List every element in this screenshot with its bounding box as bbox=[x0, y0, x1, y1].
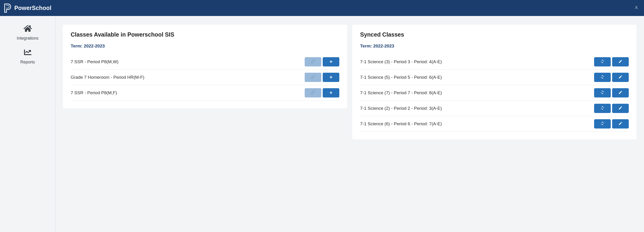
edit-button[interactable] bbox=[612, 119, 629, 129]
sidebar-item-integrations[interactable]: Integrations bbox=[17, 25, 38, 41]
add-button[interactable]: + bbox=[323, 57, 339, 66]
panel-title: Classes Available in Powerschool SIS bbox=[71, 31, 339, 38]
edit-icon bbox=[618, 121, 622, 127]
edit-icon bbox=[618, 90, 622, 96]
plus-icon: + bbox=[330, 59, 333, 64]
class-name: 7 SSR - Period P8(M,F) bbox=[71, 90, 117, 95]
class-name: 7-1 Science (5) - Period 5 - Period: 6(A… bbox=[360, 75, 442, 80]
powerschool-logo-icon bbox=[3, 3, 12, 13]
edit-button[interactable] bbox=[612, 57, 629, 66]
sync-icon bbox=[600, 106, 604, 111]
class-row: 7-1 Science (2) - Period 2 - Period: 3(A… bbox=[360, 101, 629, 116]
class-row: 7-1 Science (5) - Period 5 - Period: 6(A… bbox=[360, 70, 629, 85]
panel-available-classes: Classes Available in Powerschool SIS Ter… bbox=[63, 25, 347, 108]
sync-button[interactable] bbox=[594, 73, 611, 82]
sync-button[interactable] bbox=[594, 88, 611, 97]
sync-icon bbox=[600, 90, 604, 96]
link-button bbox=[305, 88, 321, 97]
edit-button[interactable] bbox=[612, 104, 629, 113]
add-button[interactable]: + bbox=[323, 88, 339, 97]
svg-point-0 bbox=[636, 6, 637, 8]
sidebar-item-label: Reports bbox=[20, 60, 35, 65]
button-group bbox=[594, 119, 629, 129]
sync-button[interactable] bbox=[594, 57, 611, 66]
link-icon bbox=[311, 75, 315, 80]
sidebar: Integrations Reports bbox=[0, 16, 56, 232]
edit-button[interactable] bbox=[612, 88, 629, 97]
link-button bbox=[305, 57, 321, 66]
class-row: Grade 7 Homeroom - Period HR(M-F) + bbox=[71, 70, 339, 85]
edit-button[interactable] bbox=[612, 73, 629, 82]
term-label: Term: 2022-2023 bbox=[71, 44, 339, 49]
panel-synced-classes: Synced Classes Term: 2022-2023 7-1 Scien… bbox=[352, 25, 636, 140]
sync-icon bbox=[600, 121, 604, 127]
user-icon[interactable] bbox=[634, 6, 638, 11]
panel-title: Synced Classes bbox=[360, 31, 629, 38]
chart-line-icon bbox=[24, 49, 32, 57]
button-group bbox=[594, 88, 629, 97]
edit-icon bbox=[618, 75, 622, 80]
add-button[interactable]: + bbox=[323, 73, 339, 82]
button-group: + bbox=[305, 73, 339, 82]
sidebar-item-reports[interactable]: Reports bbox=[20, 49, 35, 65]
plus-icon: + bbox=[330, 75, 333, 80]
term-label: Term: 2022-2023 bbox=[360, 44, 629, 49]
link-button bbox=[305, 73, 321, 82]
class-name: 7 SSR - Period P8(M,W) bbox=[71, 59, 118, 64]
class-row: 7 SSR - Period P8(M,W) + bbox=[71, 54, 339, 70]
edit-icon bbox=[618, 59, 622, 65]
sync-button[interactable] bbox=[594, 119, 611, 129]
sidebar-item-label: Integrations bbox=[17, 36, 38, 41]
link-icon bbox=[311, 90, 315, 96]
button-group bbox=[594, 104, 629, 113]
sync-icon bbox=[600, 59, 604, 65]
brand-logo: PowerSchool bbox=[3, 3, 52, 13]
class-name: 7-1 Science (7) - Period 7 - Period: 8(A… bbox=[360, 90, 442, 95]
class-name: 7-1 Science (3) - Period 3 - Period: 4(A… bbox=[360, 59, 442, 64]
class-name: 7-1 Science (2) - Period 2 - Period: 3(A… bbox=[360, 106, 442, 111]
brand-name: PowerSchool bbox=[14, 5, 52, 11]
button-group: + bbox=[305, 57, 339, 66]
link-icon bbox=[311, 59, 315, 65]
home-icon bbox=[24, 25, 32, 33]
class-row: 7-1 Science (3) - Period 3 - Period: 4(A… bbox=[360, 54, 629, 70]
button-group: + bbox=[305, 88, 339, 97]
plus-icon: + bbox=[330, 90, 333, 95]
edit-icon bbox=[618, 106, 622, 111]
button-group bbox=[594, 57, 629, 66]
class-name: 7-1 Science (6) - Period 6 - Period: 7(A… bbox=[360, 121, 442, 127]
class-row: 7-1 Science (6) - Period 6 - Period: 7(A… bbox=[360, 116, 629, 132]
app-header: PowerSchool bbox=[0, 0, 644, 16]
class-name: Grade 7 Homeroom - Period HR(M-F) bbox=[71, 75, 144, 80]
sync-icon bbox=[600, 75, 604, 80]
class-row: 7-1 Science (7) - Period 7 - Period: 8(A… bbox=[360, 85, 629, 101]
class-row: 7 SSR - Period P8(M,F) + bbox=[71, 85, 339, 101]
button-group bbox=[594, 73, 629, 82]
sync-button[interactable] bbox=[594, 104, 611, 113]
main-content: Classes Available in Powerschool SIS Ter… bbox=[56, 16, 644, 232]
